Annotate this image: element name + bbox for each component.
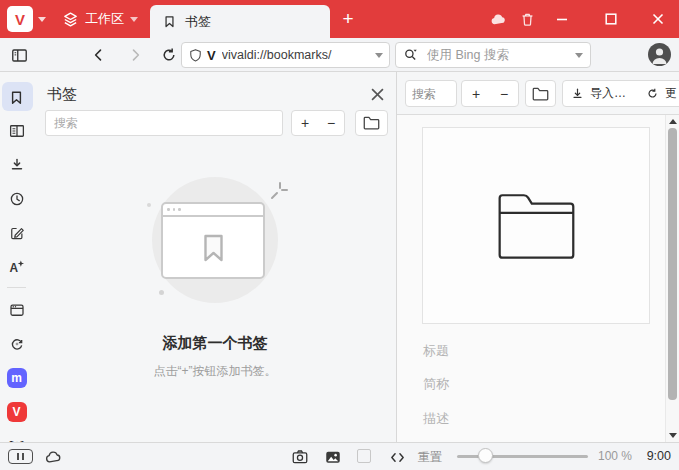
illustration-window-titlebar: [163, 204, 263, 217]
webpanel-wikipedia-icon[interactable]: W: [0, 434, 33, 442]
zoom-slider-track[interactable]: [457, 455, 588, 458]
description-field[interactable]: 描述: [423, 410, 449, 428]
window-close-button[interactable]: [648, 9, 668, 29]
url-input[interactable]: [220, 47, 371, 63]
empty-state-title: 添加第一个书签: [33, 334, 397, 353]
page-scrollbar[interactable]: [665, 115, 679, 442]
bookmarks-toolbar: + − 导入…: [397, 72, 679, 115]
trash-closed-tabs-icon[interactable]: [517, 9, 537, 29]
tab-title: 书签: [185, 13, 211, 31]
back-button[interactable]: [88, 44, 110, 66]
title-field[interactable]: 标题: [423, 342, 449, 360]
panel-search: [45, 110, 283, 136]
decorative-dot: [147, 203, 151, 207]
webpanel-vivaldi-icon[interactable]: V: [0, 400, 33, 424]
panel-history-icon[interactable]: [0, 187, 33, 211]
search-dropdown-caret-icon[interactable]: [575, 53, 583, 58]
address-bar: V: [0, 38, 679, 72]
zoom-level-value: 100 %: [598, 449, 632, 463]
remove-bookmark-button[interactable]: −: [490, 81, 518, 106]
break-mode-button[interactable]: [8, 449, 33, 464]
bookmarks-page: + − 导入…: [397, 72, 679, 442]
bookmarks-search-input[interactable]: [405, 80, 457, 107]
panel-reading-list-icon[interactable]: [0, 119, 33, 143]
panel-add-remove-group: + −: [291, 110, 345, 136]
vivaldi-menu-button[interactable]: V: [7, 6, 33, 32]
status-bar: 重置 100 % 9:00: [0, 442, 679, 470]
bookmarks-panel: 书签 + −: [33, 72, 397, 442]
large-folder-icon: [490, 185, 582, 267]
window-minimize-button[interactable]: [552, 9, 572, 29]
new-folder-button[interactable]: [525, 80, 556, 107]
main-area: A m V: [0, 72, 679, 442]
panel-strip: A m V: [0, 72, 33, 442]
search-input[interactable]: [425, 47, 569, 63]
mastodon-letter: m: [11, 371, 22, 385]
panel-close-icon[interactable]: [369, 86, 385, 102]
bookmark-thumbnail-card[interactable]: [422, 127, 650, 324]
illustration-bookmark-ribbon-icon: [163, 217, 263, 279]
panel-remove-bookmark-button[interactable]: −: [318, 111, 344, 135]
vivaldi-menu-caret-icon[interactable]: [38, 17, 46, 22]
bookmarks-search: [405, 80, 457, 107]
workspace-label: 工作区: [85, 10, 124, 28]
panel-translate-icon[interactable]: A: [0, 255, 33, 279]
decorative-dot: [159, 290, 164, 295]
new-tab-button[interactable]: +: [338, 8, 358, 30]
import-button[interactable]: 导入…: [590, 85, 626, 102]
webpanel-mastodon-icon[interactable]: m: [0, 366, 33, 390]
profile-avatar[interactable]: [648, 43, 671, 66]
panel-strip-divider: [7, 287, 26, 288]
capture-camera-icon[interactable]: [289, 447, 311, 467]
zoom-reset-button[interactable]: 重置: [418, 449, 442, 466]
empty-state-window-illustration: [161, 202, 265, 279]
address-dropdown-caret-icon[interactable]: [375, 53, 383, 58]
synced-tabs-cloud-icon[interactable]: [488, 9, 508, 29]
nickname-field[interactable]: 简称: [423, 375, 449, 393]
update-thumbnail-icon: [646, 87, 659, 100]
import-button-group: 导入… 更: [562, 80, 679, 107]
site-badge-icon: V: [207, 48, 216, 63]
workspace-caret-icon: [130, 17, 138, 22]
svg-text:A: A: [9, 261, 18, 275]
panel-title: 书签: [47, 85, 77, 104]
panel-add-bookmark-button[interactable]: +: [292, 111, 318, 135]
window-maximize-button[interactable]: [601, 9, 621, 29]
forward-button[interactable]: [124, 44, 146, 66]
panel-toggle-icon[interactable]: [8, 44, 30, 66]
scroll-down-icon[interactable]: [669, 433, 677, 438]
bookmarks-add-remove-group: + −: [461, 80, 519, 107]
bookmark-icon: [162, 14, 177, 29]
panel-sessions-icon[interactable]: [0, 332, 33, 356]
bookmark-detail-area: 标题 简称 描述: [397, 115, 679, 442]
scroll-up-icon[interactable]: [669, 119, 677, 124]
browser-window: V 工作区 书签 +: [0, 0, 679, 470]
workspace-button[interactable]: 工作区: [56, 0, 144, 38]
page-actions-box-icon[interactable]: [357, 449, 371, 463]
clock: 9:00: [647, 449, 671, 463]
scrollbar-thumb[interactable]: [668, 128, 677, 400]
vivaldi-letter: V: [12, 405, 20, 419]
panel-windows-icon[interactable]: [0, 298, 33, 322]
tab-bookmarks[interactable]: 书签: [150, 5, 330, 38]
toggle-images-icon[interactable]: [322, 447, 344, 467]
zoom-slider-knob[interactable]: [478, 448, 493, 463]
panel-new-folder-button[interactable]: [355, 110, 388, 136]
empty-state-caption: 点击“+”按钮添加书签。: [33, 363, 397, 380]
add-bookmark-button[interactable]: +: [462, 81, 490, 106]
reload-button[interactable]: [158, 44, 180, 66]
workspace-layers-icon: [62, 11, 79, 28]
panel-downloads-icon[interactable]: [0, 153, 33, 177]
panel-bookmarks-icon[interactable]: [0, 85, 33, 109]
vivaldi-logo: V: [15, 11, 25, 28]
search-engine-icon: [403, 47, 419, 63]
address-field[interactable]: V: [181, 42, 390, 68]
panel-notes-icon[interactable]: [0, 221, 33, 245]
search-bar[interactable]: [395, 42, 591, 68]
update-button[interactable]: 更: [665, 85, 677, 102]
sync-cloud-icon[interactable]: [42, 447, 64, 467]
panel-search-input[interactable]: [45, 110, 283, 136]
import-arrow-icon: [571, 87, 584, 100]
page-actions-code-icon[interactable]: [386, 447, 408, 467]
tab-bar: V 工作区 书签 +: [0, 0, 679, 38]
